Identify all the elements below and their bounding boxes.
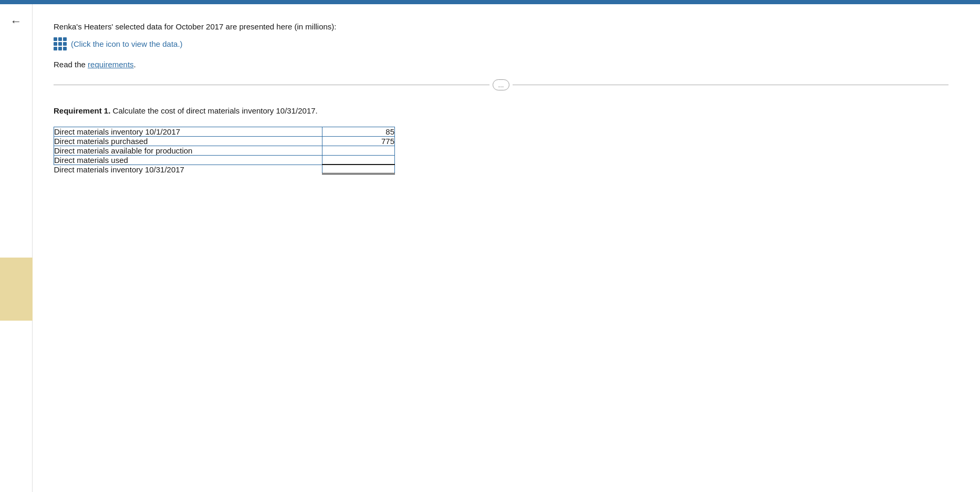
- row4-value[interactable]: [322, 155, 394, 165]
- table-row-2: Direct materials purchased 775: [54, 136, 395, 146]
- intro-text: Renka's Heaters' selected data for Octob…: [54, 21, 948, 33]
- grid-cell-5: [58, 42, 62, 46]
- grid-icon[interactable]: [54, 37, 67, 50]
- main-content: Renka's Heaters' selected data for Octob…: [33, 0, 980, 492]
- requirements-link[interactable]: requirements: [88, 60, 134, 69]
- row2-value[interactable]: 775: [322, 136, 394, 146]
- row1-value[interactable]: 85: [322, 127, 394, 136]
- grid-cell-2: [58, 37, 62, 41]
- grid-cell-4: [54, 42, 57, 46]
- row5-label: Direct materials inventory 10/31/2017: [54, 165, 322, 174]
- divider-line-left: [54, 85, 489, 85]
- divider-line-right: [513, 85, 948, 85]
- table-row-4: Direct materials used: [54, 155, 395, 165]
- row4-label: Direct materials used: [54, 155, 322, 165]
- grid-cell-6: [63, 42, 67, 46]
- row3-label: Direct materials available for productio…: [54, 146, 322, 155]
- read-requirements-text: Read the requirements.: [54, 60, 948, 69]
- grid-cell-8: [58, 47, 62, 50]
- table-row-1: Direct materials inventory 10/1/2017 85: [54, 127, 395, 136]
- grid-cell-9: [63, 47, 67, 50]
- read-text-suffix: .: [134, 60, 136, 69]
- requirement-title: Requirement 1. Calculate the cost of dir…: [54, 106, 948, 115]
- click-icon-row: (Click the icon to view the data.): [54, 37, 948, 50]
- grid-cell-3: [63, 37, 67, 41]
- back-button[interactable]: ←: [11, 15, 22, 28]
- requirement-title-rest: Calculate the cost of direct materials i…: [110, 106, 317, 115]
- row1-label: Direct materials inventory 10/1/2017: [54, 127, 322, 136]
- divider-dots: ...: [493, 79, 510, 90]
- click-icon-label[interactable]: (Click the icon to view the data.): [71, 39, 183, 48]
- table-row-3: Direct materials available for productio…: [54, 146, 395, 155]
- row2-label: Direct materials purchased: [54, 136, 322, 146]
- row3-value[interactable]: [322, 146, 394, 155]
- requirement-title-bold: Requirement 1.: [54, 106, 110, 115]
- divider-row: ...: [54, 79, 948, 90]
- top-bar: [0, 0, 980, 4]
- grid-cell-1: [54, 37, 57, 41]
- row5-value[interactable]: [322, 165, 394, 174]
- calc-table: Direct materials inventory 10/1/2017 85 …: [54, 127, 395, 175]
- read-text-prefix: Read the: [54, 60, 88, 69]
- grid-cell-7: [54, 47, 57, 50]
- left-sidebar: ←: [0, 0, 33, 492]
- table-row-5: Direct materials inventory 10/31/2017: [54, 165, 395, 174]
- accent-bar: [0, 258, 33, 321]
